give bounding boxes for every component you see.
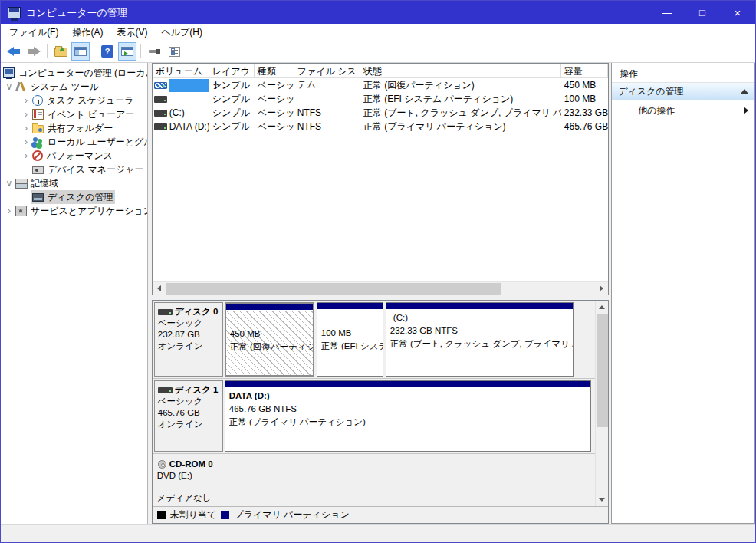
tree-item-disk-management[interactable]: ディスクの管理 — [1, 190, 147, 204]
partition-efi[interactable]: 100 MB 正常 (EFI システム パーティション) — [317, 302, 383, 377]
collapse-icon[interactable] — [741, 89, 748, 94]
col-status[interactable]: 状態 — [360, 64, 561, 78]
action-pane-icon — [121, 47, 133, 56]
volume-icon — [154, 123, 167, 130]
partition-color-band — [226, 304, 313, 311]
menu-file[interactable]: ファイル(F) — [2, 24, 65, 41]
scrollbar-thumb[interactable] — [597, 314, 608, 427]
volume-list-header: ボリューム レイアウト 種類 ファイル システム 状態 容量 — [153, 64, 608, 78]
partition-data[interactable]: DATA (D:) 465.76 GB NTFS 正常 (プライマリ パーティシ… — [225, 380, 591, 452]
legend-primary-label: プライマリ パーティション — [234, 508, 349, 522]
expand-icon[interactable]: › — [21, 137, 31, 147]
disk-graphical-view: ディスク 0 ベーシック 232.87 GB オンライン 450 MB 正常 (… — [152, 300, 609, 524]
device-manager-icon — [32, 166, 44, 174]
col-capacity[interactable]: 容量 — [561, 64, 608, 78]
scroll-left-button[interactable] — [153, 282, 166, 295]
tree-item-task-scheduler[interactable]: › タスク スケジューラ — [1, 94, 147, 107]
expand-icon[interactable]: ∨ — [4, 178, 15, 189]
partition-color-band — [317, 303, 383, 310]
back-icon — [7, 47, 21, 56]
scrollbar-thumb[interactable] — [166, 283, 501, 295]
actions-title: 操作 — [612, 63, 754, 82]
menu-action[interactable]: 操作(A) — [65, 24, 110, 41]
tree-item-device-manager[interactable]: デバイス マネージャー — [1, 163, 147, 176]
app-icon — [8, 7, 21, 18]
tree-item-performance[interactable]: › パフォーマンス — [1, 149, 147, 163]
volume-name: (C:) — [169, 107, 209, 120]
menu-help[interactable]: ヘルプ(H) — [154, 24, 209, 41]
tree-item-local-users-groups[interactable]: › ローカル ユーザーとグループ — [1, 135, 147, 149]
toolbar-separator — [140, 44, 141, 58]
volume-icon — [154, 96, 167, 103]
context-tool-icon — [148, 48, 160, 55]
performance-icon — [32, 150, 43, 161]
tree-item-computer-management[interactable]: コンピューターの管理 (ローカル) — [1, 66, 147, 80]
volume-name — [169, 93, 209, 106]
expand-icon[interactable]: › — [21, 150, 31, 161]
minimize-button[interactable]: — — [649, 1, 685, 24]
help-icon: ? — [101, 45, 113, 58]
partition-color-band — [386, 303, 573, 310]
show-action-pane-button[interactable] — [118, 42, 136, 61]
console-tree-icon — [74, 47, 87, 56]
scroll-right-icon — [600, 285, 603, 291]
horizontal-scrollbar[interactable] — [153, 281, 608, 295]
services-icon — [15, 206, 27, 216]
expand-icon[interactable]: › — [21, 109, 31, 120]
col-filesystem[interactable]: ファイル システム — [294, 64, 360, 78]
back-button[interactable] — [5, 42, 23, 61]
tree-item-event-viewer[interactable]: › イベント ビューアー — [1, 107, 147, 121]
scroll-right-button[interactable] — [595, 282, 608, 295]
partition-recovery[interactable]: 450 MB 正常 (回復パーティション) — [225, 302, 314, 377]
volume-list: ボリューム レイアウト 種類 ファイル システム 状態 容量 シンプル ベーシッ… — [152, 63, 609, 295]
expand-icon[interactable]: › — [4, 206, 15, 216]
computer-icon — [3, 67, 15, 78]
storage-icon — [15, 178, 27, 189]
col-type[interactable]: 種類 — [255, 64, 294, 78]
event-viewer-icon — [32, 109, 44, 120]
scroll-up-button[interactable] — [596, 301, 608, 314]
scroll-up-icon — [599, 305, 605, 309]
export-list-button[interactable] — [165, 42, 183, 61]
cdrom-label[interactable]: CD-ROM 0 DVD (E:) メディアなし — [154, 456, 223, 503]
tree-item-services-applications[interactable]: › サービスとアプリケーション — [1, 204, 147, 218]
toolbar-separator — [47, 44, 48, 58]
legend-primary-swatch — [221, 511, 229, 519]
partition-color-band — [225, 381, 590, 388]
close-button[interactable]: × — [720, 1, 755, 24]
show-console-tree-button[interactable] — [71, 42, 90, 61]
tree-item-system-tools[interactable]: ∨ システム ツール — [1, 80, 147, 94]
volume-icon — [154, 110, 167, 117]
expand-icon[interactable]: › — [21, 123, 31, 133]
volume-row-recovery[interactable]: シンプル ベーシック 正常 (回復パーティション) 450 MB — [153, 78, 608, 92]
scroll-down-button[interactable] — [596, 493, 608, 506]
forward-button[interactable] — [25, 42, 43, 61]
actions-group-header[interactable]: ディスクの管理 — [612, 83, 754, 100]
partition-c[interactable]: (C:) 232.33 GB NTFS 正常 (ブート, クラッシュ ダンプ, … — [386, 302, 574, 377]
task-scheduler-icon — [32, 95, 43, 106]
vertical-scrollbar[interactable] — [595, 301, 608, 506]
disk-0-label[interactable]: ディスク 0 ベーシック 232.87 GB オンライン — [154, 302, 223, 377]
expand-icon[interactable]: ∨ — [4, 81, 15, 92]
col-layout[interactable]: レイアウト — [209, 64, 255, 78]
tree-item-shared-folders[interactable]: › 共有フォルダー — [1, 121, 147, 135]
disk-icon — [158, 387, 173, 393]
volume-row-data[interactable]: DATA (D:) シンプル ベーシック NTFS 正常 (プライマリ パーティ… — [153, 120, 608, 133]
title-bar: コンピューターの管理 — □ × — [1, 1, 755, 24]
menu-view[interactable]: 表示(V) — [110, 24, 154, 41]
col-volume[interactable]: ボリューム — [153, 64, 209, 78]
disk-1-label[interactable]: ディスク 1 ベーシック 465.76 GB オンライン — [154, 380, 223, 452]
tree-item-storage[interactable]: ∨ 記憶域 — [1, 176, 147, 190]
disk-1-row: ディスク 1 ベーシック 465.76 GB オンライン DATA (D:) 4… — [153, 379, 595, 454]
menu-bar: ファイル(F) 操作(A) 表示(V) ヘルプ(H) — [1, 24, 755, 41]
context-tool-button[interactable] — [145, 42, 163, 61]
volume-row-efi[interactable]: シンプル ベーシック 正常 (EFI システム パーティション) 100 MB — [153, 92, 608, 106]
center-pane: ボリューム レイアウト 種類 ファイル システム 状態 容量 シンプル ベーシッ… — [152, 63, 609, 524]
help-button[interactable]: ? — [98, 42, 117, 61]
expand-icon[interactable]: › — [21, 95, 31, 106]
maximize-button[interactable]: □ — [685, 1, 720, 24]
disk-0-row: ディスク 0 ベーシック 232.87 GB オンライン 450 MB 正常 (… — [153, 301, 595, 379]
up-one-level-button[interactable] — [51, 42, 70, 61]
volume-row-c[interactable]: (C:) シンプル ベーシック NTFS 正常 (ブート, クラッシュ ダンプ,… — [153, 106, 608, 120]
more-actions-item[interactable]: 他の操作 — [612, 100, 754, 120]
